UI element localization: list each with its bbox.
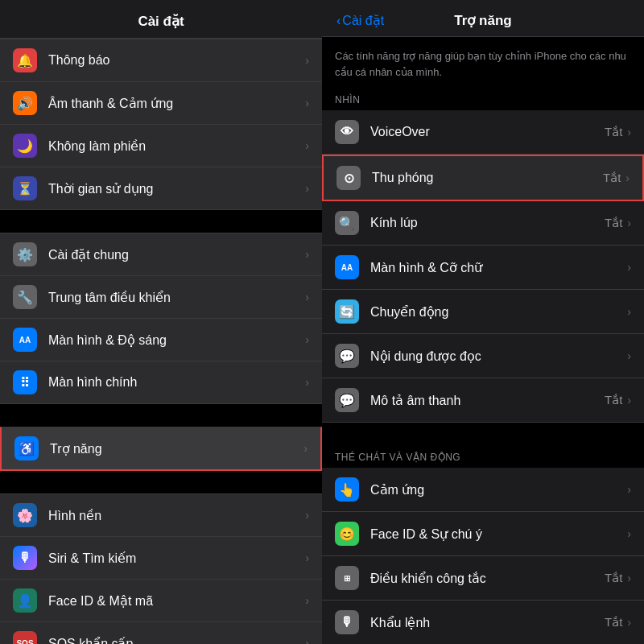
left-panel: Cài đặt 🔔Thông báo›🔊Âm thanh & Cảm ứng›🌙… — [0, 0, 322, 644]
right-item-label-mo-ta-am-thanh: Mô tả âm thanh — [370, 393, 605, 408]
back-label: Cài đặt — [342, 13, 384, 28]
section-separator-2 — [0, 404, 322, 427]
right-item-value-mo-ta-am-thanh: Tắt — [605, 393, 622, 407]
right-item-kinh-lup[interactable]: 🔍Kính lúpTắt› — [322, 201, 644, 246]
right-item-value-thu-phong: Tắt — [603, 171, 621, 185]
sidebar-item-man-hinh-chinh[interactable]: ⠿Màn hình chính› — [0, 361, 322, 404]
chevron-right-icon: › — [305, 551, 309, 564]
siri-icon: 🎙 — [13, 546, 37, 570]
khong-lam-phien-icon: 🌙 — [13, 134, 37, 158]
sidebar-item-trung-tam[interactable]: 🔧Trung tâm điều khiển› — [0, 276, 322, 319]
face-id-su-chu-y-icon: 😊 — [335, 522, 359, 546]
cai-dat-chung-icon: ⚙️ — [13, 242, 37, 266]
chevron-right-icon: › — [627, 261, 631, 274]
chuyen-dong-icon: 🔄 — [335, 299, 359, 324]
sidebar-item-cai-dat-chung[interactable]: ⚙️Cài đặt chung› — [0, 233, 322, 276]
right-item-cam-ung[interactable]: 👆Cảm ứng› — [322, 468, 644, 512]
noi-dung-doc-icon: 💬 — [335, 344, 359, 368]
right-item-chuyen-dong[interactable]: 🔄Chuyển động› — [322, 290, 644, 334]
chevron-right-icon: › — [627, 527, 631, 540]
right-item-label-man-hinh-co-chu: Màn hình & Cỡ chữ — [370, 260, 627, 275]
chevron-right-icon: › — [627, 572, 631, 584]
sidebar-item-tro-nang[interactable]: ♿Trợ năng› — [0, 427, 322, 471]
chevron-right-icon: › — [305, 291, 309, 303]
right-item-khau-lenh[interactable]: 🎙Khẩu lệnhTắt› — [322, 601, 644, 644]
right-item-value-kinh-lup: Tắt — [605, 216, 622, 230]
chevron-left-icon: ‹ — [336, 14, 341, 28]
kinh-lup-icon: 🔍 — [335, 211, 359, 235]
chevron-right-icon: › — [305, 139, 309, 152]
sidebar-item-man-hinh-sang[interactable]: AAMàn hình & Độ sáng› — [0, 319, 322, 361]
sidebar-item-label-khong-lam-phien: Không làm phiền — [48, 138, 305, 154]
right-item-dieu-khien-cong-tac[interactable]: ⊞Điều khiển công tắcTắt› — [322, 556, 644, 601]
chevron-right-icon: › — [627, 126, 631, 138]
left-list: 🔔Thông báo›🔊Âm thanh & Cảm ứng›🌙Không là… — [0, 39, 322, 644]
man-hinh-sang-icon: AA — [13, 328, 37, 352]
right-item-label-kinh-lup: Kính lúp — [370, 216, 605, 230]
right-item-label-voiceover: VoiceOver — [370, 125, 605, 139]
chevron-right-icon: › — [627, 349, 631, 362]
thoi-gian-icon: ⏳ — [13, 176, 37, 200]
sidebar-item-face-id[interactable]: 👤Face ID & Mật mã› — [0, 580, 322, 622]
sidebar-item-label-face-id: Face ID & Mật mã — [48, 593, 305, 609]
sidebar-item-label-cai-dat-chung: Cài đặt chung — [48, 247, 305, 262]
chevron-right-icon: › — [627, 616, 631, 629]
chevron-right-icon: › — [305, 637, 309, 644]
right-header: ‹ Cài đặt Trợ năng — [322, 0, 644, 37]
sidebar-item-khong-lam-phien[interactable]: 🌙Không làm phiền› — [0, 125, 322, 167]
chevron-right-icon: › — [305, 54, 309, 67]
right-item-voiceover[interactable]: 👁VoiceOverTắt› — [322, 110, 644, 155]
hinh-nen-icon: 🌸 — [13, 503, 37, 527]
right-panel-title: Trợ năng — [454, 12, 511, 29]
sidebar-item-label-am-thanh: Âm thanh & Cảm ứng — [48, 96, 305, 111]
right-item-label-khau-lenh: Khẩu lệnh — [370, 615, 605, 630]
sidebar-item-label-trung-tam: Trung tâm điều khiển — [48, 290, 305, 305]
chevron-right-icon: › — [305, 376, 309, 389]
chevron-right-icon: › — [305, 182, 309, 195]
sidebar-item-label-tro-nang: Trợ năng — [50, 441, 303, 456]
right-item-thu-phong[interactable]: ⊙Thu phóngTắt› — [322, 155, 644, 201]
right-item-man-hinh-co-chu[interactable]: AAMàn hình & Cỡ chữ› — [322, 246, 644, 290]
sidebar-item-thong-bao[interactable]: 🔔Thông báo› — [0, 39, 322, 82]
sidebar-item-label-thong-bao: Thông báo — [48, 53, 305, 68]
sidebar-item-siri[interactable]: 🎙Siri & Tìm kiếm› — [0, 537, 322, 580]
left-header: Cài đặt — [0, 0, 322, 39]
sidebar-item-label-sos: SOS khẩn cấp — [48, 636, 305, 645]
right-item-label-chuyen-dong: Chuyển động — [370, 304, 627, 320]
right-panel: ‹ Cài đặt Trợ năng Các tính năng trợ năn… — [322, 0, 644, 644]
voiceover-icon: 👁 — [335, 120, 359, 144]
right-item-face-id-su-chu-y[interactable]: 😊Face ID & Sự chú ý› — [322, 512, 644, 556]
section-separator-1 — [0, 210, 322, 233]
chevron-right-icon: › — [625, 171, 630, 184]
left-title: Cài đặt — [13, 13, 309, 30]
dieu-khien-cong-tac-icon: ⊞ — [335, 566, 359, 590]
cam-ung-icon: 👆 — [335, 477, 359, 502]
sos-icon: SOS — [13, 631, 37, 644]
sidebar-item-label-man-hinh-sang: Màn hình & Độ sáng — [48, 332, 305, 348]
sidebar-item-sos[interactable]: SOSSOS khẩn cấp› — [0, 622, 322, 644]
khau-lenh-icon: 🎙 — [335, 610, 359, 634]
right-item-value-voiceover: Tắt — [605, 125, 622, 139]
sidebar-item-thoi-gian[interactable]: ⏳Thời gian sử dụng› — [0, 167, 322, 210]
sidebar-item-label-man-hinh-chinh: Màn hình chính — [48, 375, 305, 390]
sidebar-item-am-thanh[interactable]: 🔊Âm thanh & Cảm ứng› — [0, 82, 322, 125]
right-item-label-cam-ung: Cảm ứng — [370, 482, 627, 497]
chevron-right-icon: › — [305, 594, 309, 607]
tro-nang-icon: ♿ — [14, 436, 39, 460]
am-thanh-icon: 🔊 — [13, 91, 37, 115]
chevron-right-icon: › — [305, 509, 309, 522]
sidebar-item-hinh-nen[interactable]: 🌸Hình nền› — [0, 493, 322, 537]
right-item-mo-ta-am-thanh[interactable]: 💬Mô tả âm thanhTắt› — [322, 378, 644, 423]
mo-ta-am-thanh-icon: 💬 — [335, 388, 359, 412]
back-button[interactable]: ‹ Cài đặt — [335, 13, 384, 28]
right-item-label-face-id-su-chu-y: Face ID & Sự chú ý — [370, 526, 627, 542]
section-separator-3 — [0, 471, 322, 493]
right-item-label-dieu-khien-cong-tac: Điều khiển công tắc — [370, 571, 605, 586]
accessibility-description: Các tính năng trợ năng giúp bạn tùy chỉn… — [322, 37, 644, 88]
face-id-icon: 👤 — [13, 588, 37, 613]
right-item-noi-dung-doc[interactable]: 💬Nội dung được đọc› — [322, 334, 644, 378]
section-header-nhin: NHÌN — [322, 88, 644, 110]
right-content: Các tính năng trợ năng giúp bạn tùy chỉn… — [322, 37, 644, 644]
section-gap — [322, 423, 644, 445]
chevron-right-icon: › — [627, 394, 631, 407]
